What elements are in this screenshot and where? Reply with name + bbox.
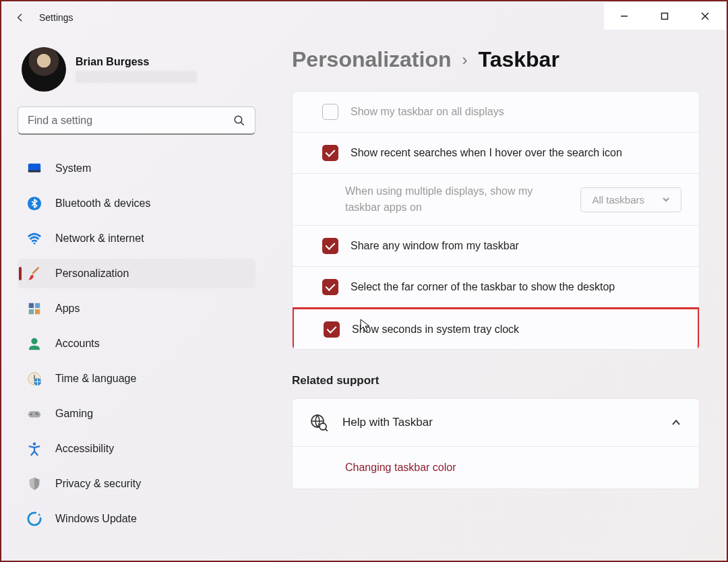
- sidebar-item-label: Windows Update: [55, 513, 137, 525]
- chevron-down-icon: [662, 195, 670, 204]
- back-button[interactable]: [7, 4, 34, 31]
- sidebar-item-label: Privacy & security: [55, 478, 141, 490]
- sidebar-item-bluetooth[interactable]: Bluetooth & devices: [18, 189, 255, 218]
- avatar: [22, 47, 66, 92]
- sidebar-item-privacy[interactable]: Privacy & security: [18, 469, 255, 499]
- bluetooth-icon: [27, 196, 42, 211]
- svg-point-9: [34, 243, 36, 245]
- sidebar-item-windows-update[interactable]: Windows Update: [18, 504, 255, 534]
- shield-icon: [27, 476, 42, 491]
- setting-share-window[interactable]: Share any window from my taskbar: [293, 226, 699, 267]
- help-with-taskbar-header[interactable]: Help with Taskbar: [293, 399, 699, 447]
- chevron-right-icon: ›: [462, 51, 468, 69]
- svg-point-19: [36, 414, 38, 415]
- sidebar-item-label: Apps: [55, 303, 80, 315]
- sidebar-item-label: Accessibility: [55, 443, 114, 455]
- accessibility-icon: [27, 441, 42, 456]
- sidebar-item-system[interactable]: System: [18, 154, 255, 183]
- system-icon: [27, 161, 42, 176]
- checkbox-show-seconds[interactable]: [324, 321, 340, 338]
- svg-rect-13: [35, 309, 40, 314]
- help-card: Help with Taskbar Changing taskbar color: [292, 398, 700, 489]
- globe-search-icon: [310, 414, 328, 431]
- person-icon: [27, 336, 42, 351]
- setting-recent-searches[interactable]: Show recent searches when I hover over t…: [293, 133, 699, 174]
- svg-rect-10: [29, 303, 34, 308]
- sidebar-item-label: Accounts: [55, 338, 100, 350]
- svg-point-14: [31, 338, 37, 344]
- setting-show-seconds[interactable]: Show seconds in system tray clock: [292, 307, 700, 350]
- sidebar-item-time-language[interactable]: Time & language: [18, 364, 255, 394]
- checkbox-show-all-displays: [322, 104, 338, 120]
- svg-rect-17: [28, 411, 40, 417]
- svg-point-24: [320, 423, 326, 430]
- chevron-up-icon: [671, 417, 681, 428]
- sidebar-item-label: Bluetooth & devices: [55, 197, 150, 210]
- app-title: Settings: [39, 12, 73, 23]
- sidebar-item-label: Time & language: [55, 373, 136, 385]
- checkbox-far-corner[interactable]: [322, 279, 338, 295]
- svg-rect-7: [28, 170, 40, 173]
- clock-globe-icon: [27, 371, 42, 386]
- close-button[interactable]: [685, 3, 725, 30]
- wifi-icon: [27, 231, 42, 246]
- setting-far-corner[interactable]: Select the far corner of the taskbar to …: [293, 267, 699, 308]
- svg-rect-1: [662, 13, 668, 20]
- sidebar-item-label: System: [55, 162, 91, 175]
- svg-point-21: [33, 442, 36, 445]
- checkbox-share-window[interactable]: [322, 238, 338, 254]
- gamepad-icon: [27, 406, 42, 421]
- apps-icon: [27, 301, 42, 316]
- minimize-button[interactable]: [604, 3, 644, 30]
- related-support-title: Related support: [292, 374, 700, 387]
- profile-email-redacted: [75, 71, 197, 83]
- svg-point-4: [235, 116, 242, 123]
- update-icon: [27, 511, 42, 526]
- sidebar-item-label: Gaming: [55, 408, 93, 420]
- breadcrumb: Personalization › Taskbar: [292, 47, 700, 72]
- sidebar-item-personalization[interactable]: Personalization: [18, 259, 255, 288]
- profile-name: Brian Burgess: [75, 56, 197, 68]
- sidebar-item-label: Network & internet: [55, 232, 144, 245]
- user-profile[interactable]: Brian Burgess: [18, 39, 255, 106]
- search-input[interactable]: [28, 115, 233, 127]
- setting-show-all-displays: Show my taskbar on all displays: [293, 92, 699, 133]
- search-icon: [233, 115, 245, 127]
- paintbrush-icon: [27, 266, 42, 281]
- breadcrumb-parent[interactable]: Personalization: [292, 47, 452, 72]
- dropdown-multi-display: All taskbars: [580, 187, 681, 212]
- svg-rect-11: [35, 303, 40, 308]
- checkbox-recent-searches[interactable]: [322, 145, 338, 161]
- search-input-wrapper[interactable]: [18, 106, 255, 135]
- taskbar-settings-card: Show my taskbar on all displays Show rec…: [292, 91, 700, 350]
- sidebar-item-accessibility[interactable]: Accessibility: [18, 434, 255, 464]
- svg-point-20: [36, 412, 37, 414]
- svg-rect-12: [29, 309, 34, 314]
- svg-point-18: [30, 414, 32, 415]
- setting-multi-display: When using multiple displays, show my ta…: [293, 174, 699, 226]
- sidebar-item-gaming[interactable]: Gaming: [18, 399, 255, 429]
- sidebar-item-apps[interactable]: Apps: [18, 294, 255, 323]
- sidebar-item-accounts[interactable]: Accounts: [18, 329, 255, 358]
- svg-line-25: [326, 429, 328, 431]
- svg-line-5: [241, 122, 244, 125]
- help-link-changing-color[interactable]: Changing taskbar color: [293, 447, 699, 489]
- maximize-button[interactable]: [644, 3, 685, 30]
- breadcrumb-current: Taskbar: [479, 47, 559, 72]
- sidebar-item-network[interactable]: Network & internet: [18, 224, 255, 253]
- sidebar-item-label: Personalization: [55, 268, 129, 280]
